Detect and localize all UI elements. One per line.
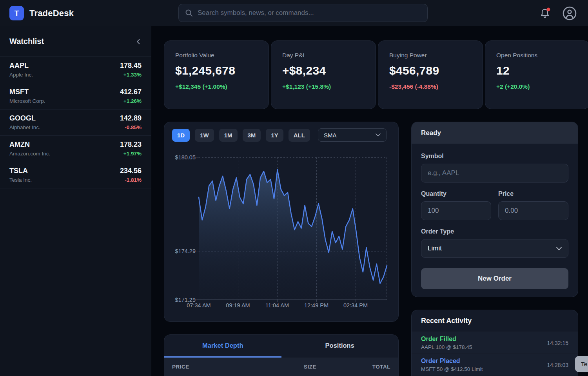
x-axis-tick-label: 11:04 AM: [265, 302, 289, 308]
order-status-text: Ready: [421, 129, 441, 137]
symbol-input[interactable]: [421, 164, 568, 183]
stat-label: Open Positions: [496, 52, 579, 59]
activity-detail: MSFT 50 @ $412.50 Limit: [421, 366, 483, 372]
stat-value: $1,245,678: [175, 64, 258, 77]
new-order-button[interactable]: New Order: [421, 268, 568, 289]
symbol-label: Symbol: [421, 153, 568, 160]
user-avatar-icon[interactable]: [562, 6, 577, 21]
watchlist-symbol: MSFT: [9, 88, 45, 96]
timeframe-button-1m[interactable]: 1M: [219, 129, 238, 142]
tab-market-depth[interactable]: Market Depth: [164, 335, 281, 358]
timeframe-button-1d[interactable]: 1D: [172, 129, 190, 142]
activity-item-info: Order PlacedMSFT 50 @ $412.50 Limit: [421, 358, 483, 372]
activity-item[interactable]: Order FilledAAPL 100 @ $178.4514:32:15: [412, 332, 578, 354]
price-input[interactable]: [498, 201, 568, 220]
search-input[interactable]: [198, 9, 421, 17]
tab-positions[interactable]: Positions: [281, 335, 399, 358]
activity-item[interactable]: Order PlacedMSFT 50 @ $412.50 Limit14:28…: [412, 354, 578, 376]
watchlist-item[interactable]: GOOGLAlphabet Inc.142.89-0.85%: [0, 110, 151, 136]
watchlist-item-info: MSFTMicrosoft Corp.: [9, 88, 45, 104]
depth-column-total: TOTAL: [355, 364, 390, 376]
watchlist-item[interactable]: AMZNAmazon.com Inc.178.23+1.97%: [0, 136, 151, 162]
watchlist-item-info: GOOGLAlphabet Inc.: [9, 114, 40, 130]
stat-value: $456,789: [389, 64, 472, 77]
portfolio-stats-row: Portfolio Value$1,245,678+$12,345 (+1.00…: [164, 40, 588, 109]
timeframe-button-all[interactable]: ALL: [289, 129, 310, 142]
watchlist-item[interactable]: AAPLApple Inc.178.45+1.33%: [0, 57, 151, 83]
watchlist-symbol: AMZN: [9, 141, 50, 149]
chart-y-axis-labels: $180.05$174.29$171.29: [164, 157, 196, 300]
order-type-select[interactable]: Limit: [421, 239, 568, 258]
activity-time: 14:28:03: [547, 362, 569, 368]
brand: T TradeDesk: [9, 0, 74, 26]
stat-change: -$23,456 (-4.88%): [389, 83, 472, 90]
activity-title: Order Filled: [421, 336, 472, 343]
watchlist-item[interactable]: MSFTMicrosoft Corp.412.67+1.26%: [0, 83, 151, 110]
depth-table-header: PRICESIZETOTAL: [164, 358, 398, 376]
watchlist-item-quote: 178.23+1.97%: [120, 141, 142, 157]
recent-activity-title: Recent Activity: [412, 310, 578, 332]
watchlist-company-name: Apple Inc.: [9, 72, 33, 78]
indicator-select[interactable]: SMA: [318, 128, 387, 142]
stat-value: 12: [496, 64, 579, 77]
watchlist-company-name: Amazon.com Inc.: [9, 151, 50, 157]
watchlist-item-quote: 234.56-1.81%: [120, 167, 142, 183]
notifications-bell-icon[interactable]: [539, 7, 551, 20]
collapse-sidebar-chevron-left-icon[interactable]: [135, 38, 142, 45]
timeframe-button-1w[interactable]: 1W: [195, 129, 214, 142]
market-depth-panel: Market DepthPositions PRICESIZETOTAL: [164, 334, 399, 376]
stat-card: Open Positions12+2 (+20.0%): [485, 40, 588, 109]
watchlist-item-info: AMZNAmazon.com Inc.: [9, 141, 50, 157]
stat-card: Buying Power$456,789-$23,456 (-4.88%): [378, 40, 483, 109]
watchlist-change: +1.97%: [120, 151, 142, 157]
activity-title: Order Placed: [421, 358, 483, 365]
y-axis-tick-label: $180.05: [175, 154, 196, 161]
global-search[interactable]: [178, 4, 428, 22]
watchlist-company-name: Tesla Inc.: [9, 177, 32, 183]
watchlist-price: 234.56: [120, 167, 142, 175]
watchlist-item-info: TSLATesla Inc.: [9, 167, 32, 183]
watchlist-price: 142.89: [120, 114, 142, 122]
top-navbar: T TradeDesk: [0, 0, 588, 26]
price-label: Price: [498, 190, 568, 197]
order-entry-panel: Ready Symbol Quantity Price Order Type L…: [411, 122, 578, 297]
stat-card: Portfolio Value$1,245,678+$12,345 (+1.00…: [164, 40, 269, 109]
chart-svg: [199, 157, 387, 300]
watchlist-change: +1.33%: [120, 72, 142, 78]
stat-label: Buying Power: [389, 52, 472, 59]
watchlist-company-name: Alphabet Inc.: [9, 124, 40, 130]
watchlist-change: -1.81%: [120, 177, 142, 183]
depth-column-size: SIZE: [304, 364, 355, 376]
quantity-input[interactable]: [421, 201, 491, 220]
price-chart-card: 1D1W1M3M1YALL SMA Anno $180.05$174.29$17…: [164, 122, 399, 322]
watchlist-item-quote: 178.45+1.33%: [120, 62, 142, 78]
app-logo: T: [9, 6, 24, 20]
watchlist-item-quote: 412.67+1.26%: [120, 88, 142, 104]
depth-column-price: PRICE: [172, 364, 304, 376]
stat-label: Day P&L: [282, 52, 365, 59]
toast-notification[interactable]: Te: [575, 356, 588, 372]
watchlist-title: Watchlist: [9, 37, 44, 46]
indicator-value: SMA: [324, 132, 337, 139]
timeframe-button-3m[interactable]: 3M: [243, 129, 261, 142]
watchlist-price: 178.23: [120, 141, 142, 149]
x-axis-tick-label: 12:49 PM: [304, 302, 328, 308]
price-chart-plot[interactable]: [199, 157, 387, 300]
stat-change: +$12,345 (+1.00%): [175, 83, 258, 90]
watchlist-price: 178.45: [120, 62, 142, 70]
watchlist-sidebar: Watchlist AAPLApple Inc.178.45+1.33%MSFT…: [0, 26, 151, 376]
timeframe-button-1y[interactable]: 1Y: [266, 129, 283, 142]
watchlist-company-name: Microsoft Corp.: [9, 98, 45, 104]
watchlist-price: 412.67: [120, 88, 142, 96]
watchlist-symbol: AAPL: [9, 62, 33, 70]
stat-value: +$8,234: [282, 64, 365, 77]
order-status-header: Ready: [412, 122, 578, 144]
stat-change: +2 (+20.0%): [496, 83, 579, 90]
chevron-down-icon: [376, 133, 381, 137]
stat-card: Day P&L+$8,234+$1,123 (+15.8%): [271, 40, 376, 109]
search-icon: [185, 9, 193, 17]
quantity-label: Quantity: [421, 190, 491, 197]
watchlist-item[interactable]: TSLATesla Inc.234.56-1.81%: [0, 162, 151, 188]
order-type-value: Limit: [428, 245, 442, 252]
watchlist-item-quote: 142.89-0.85%: [120, 114, 142, 130]
